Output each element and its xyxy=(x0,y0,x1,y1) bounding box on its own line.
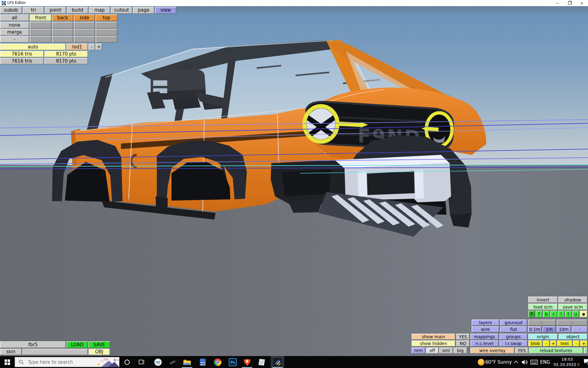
skin-button[interactable]: skin xyxy=(0,349,22,355)
filter-all[interactable]: all xyxy=(0,14,29,21)
start-button[interactable] xyxy=(0,356,15,368)
save-button[interactable]: SAVE xyxy=(89,341,110,348)
search-box[interactable] xyxy=(15,357,119,367)
filter-back[interactable]: back xyxy=(52,14,73,21)
show-main-button[interactable]: show main xyxy=(412,334,455,340)
task-view-button[interactable] xyxy=(135,356,149,368)
scm-flag-r[interactable]: r xyxy=(550,311,557,317)
dash-b-button[interactable]: - xyxy=(557,320,587,326)
restore-button[interactable] xyxy=(564,0,576,6)
layers-button[interactable]: layers xyxy=(472,320,499,326)
lfs-editor-taskbar-button[interactable] xyxy=(271,356,284,368)
tray-overflow-button[interactable] xyxy=(512,356,520,368)
dist-01m-button[interactable]: 0.1m xyxy=(528,326,541,332)
show-hidden-no[interactable]: NO xyxy=(456,340,469,347)
gouraud-button[interactable]: gouraud xyxy=(500,320,527,326)
filter-front[interactable]: front xyxy=(30,14,51,21)
dash-button[interactable]: - xyxy=(0,36,29,43)
skin-name-field[interactable] xyxy=(22,349,88,355)
text-minus-button[interactable]: - xyxy=(573,340,579,347)
tab-page[interactable]: page xyxy=(133,7,154,14)
search-input[interactable] xyxy=(27,359,96,365)
scm-flag-f[interactable]: f xyxy=(536,311,542,317)
tab-tri[interactable]: tri xyxy=(23,7,44,14)
lod-button[interactable]: lod1 xyxy=(66,44,88,50)
groups-button[interactable]: groups xyxy=(499,334,527,340)
dist-1m-button[interactable]: 1m xyxy=(542,326,556,332)
dash-a-button[interactable]: - xyxy=(528,320,556,326)
lod-minus-button[interactable]: - xyxy=(89,44,95,50)
calculator-button[interactable] xyxy=(196,356,209,368)
nc-level-button[interactable]: n.c.level xyxy=(470,340,499,347)
lod-plus-button[interactable]: + xyxy=(96,44,102,50)
invert-button[interactable]: invert xyxy=(528,297,558,303)
filter-side[interactable]: side xyxy=(74,14,95,21)
tab-build[interactable]: build xyxy=(67,7,88,14)
dash-c-button[interactable]: - xyxy=(572,326,587,332)
search-highlight-art xyxy=(96,357,119,367)
tab-view[interactable]: view xyxy=(155,7,176,14)
volume-button[interactable] xyxy=(520,356,529,368)
file-explorer-button[interactable] xyxy=(180,356,194,368)
flat-button[interactable]: flat xyxy=(500,326,527,332)
touch-keyboard-button[interactable] xyxy=(529,356,539,368)
merge-button[interactable]: merge xyxy=(0,29,29,36)
w-app-button[interactable]: W xyxy=(151,356,165,368)
blob-minus-button[interactable]: - xyxy=(543,340,549,347)
auto-button[interactable]: auto xyxy=(0,44,66,50)
wire-overlay-button[interactable]: wire overlay xyxy=(470,347,514,354)
text-plus-button[interactable]: + xyxy=(580,340,587,347)
wire-button[interactable]: wire xyxy=(472,326,499,332)
blob-plus-button[interactable]: + xyxy=(550,340,556,347)
sml-button[interactable]: sml xyxy=(439,347,453,354)
3d-viewport[interactable]: F9ND xyxy=(0,6,588,356)
origin-button[interactable]: origin xyxy=(528,334,558,340)
action-center-button[interactable]: 2 xyxy=(582,356,588,368)
nrm-button[interactable]: nrm xyxy=(412,347,425,354)
scm-flag-P[interactable]: P xyxy=(528,311,535,317)
blob-button[interactable]: blob xyxy=(528,340,542,347)
filename-field[interactable]: fbr5 xyxy=(0,341,66,348)
big-button[interactable]: big xyxy=(454,347,467,354)
lr-swap-button[interactable]: l.r.swap xyxy=(499,340,527,347)
obj-button[interactable]: OBJ xyxy=(89,349,110,355)
tab-cutout[interactable]: cutout xyxy=(111,7,132,14)
scm-flag-b[interactable]: b xyxy=(543,311,550,317)
ground xyxy=(0,165,588,356)
off-button[interactable]: off xyxy=(426,347,439,354)
load-scm-button[interactable]: load scm xyxy=(528,304,558,310)
dash-d-button[interactable]: - xyxy=(584,347,587,354)
text-button[interactable]: text xyxy=(557,340,572,347)
scm-flag-l[interactable]: l xyxy=(558,311,564,317)
filter-top[interactable]: top xyxy=(96,14,117,21)
object-button[interactable]: object xyxy=(559,334,587,340)
tab-map[interactable]: map xyxy=(89,7,110,14)
load-button[interactable]: LOAD xyxy=(66,341,88,348)
reload-textures-button[interactable]: reload textures xyxy=(529,347,583,354)
tab-point[interactable]: point xyxy=(45,7,66,14)
pts-count: 8170 pts xyxy=(44,51,88,57)
shadow-button[interactable]: shadow xyxy=(558,297,587,303)
cortana-button[interactable] xyxy=(120,356,134,368)
close-button[interactable]: × xyxy=(576,0,588,6)
clock[interactable]: 18:03 02.10.2022 г. xyxy=(551,356,583,368)
chrome-button[interactable] xyxy=(211,356,224,368)
show-main-yes[interactable]: YES xyxy=(456,334,469,340)
scm-dot-button[interactable]: ● xyxy=(580,311,587,317)
scm-flag-t[interactable]: t xyxy=(565,311,572,317)
tab-subob[interactable]: subob xyxy=(0,7,22,14)
scm-flag-u[interactable]: u xyxy=(572,311,579,317)
language-indicator[interactable]: ENG xyxy=(539,356,551,368)
minimize-button[interactable] xyxy=(551,0,564,6)
brave-button[interactable] xyxy=(240,356,254,368)
mappings-button[interactable]: mappings xyxy=(470,334,499,340)
notepad-button[interactable] xyxy=(255,356,269,368)
wire-overlay-yes[interactable]: YES xyxy=(515,347,528,354)
show-hidden-button[interactable]: show hidden xyxy=(412,340,455,347)
none-button[interactable]: none xyxy=(0,22,29,29)
photoshop-button[interactable]: Ps xyxy=(226,356,239,368)
keyboard-app-button[interactable] xyxy=(166,356,179,368)
dist-10m-button[interactable]: 10m xyxy=(557,326,571,332)
weather-text[interactable]: 60°F Sunny xyxy=(486,356,511,368)
save-scm-button[interactable]: save scm xyxy=(558,304,587,310)
